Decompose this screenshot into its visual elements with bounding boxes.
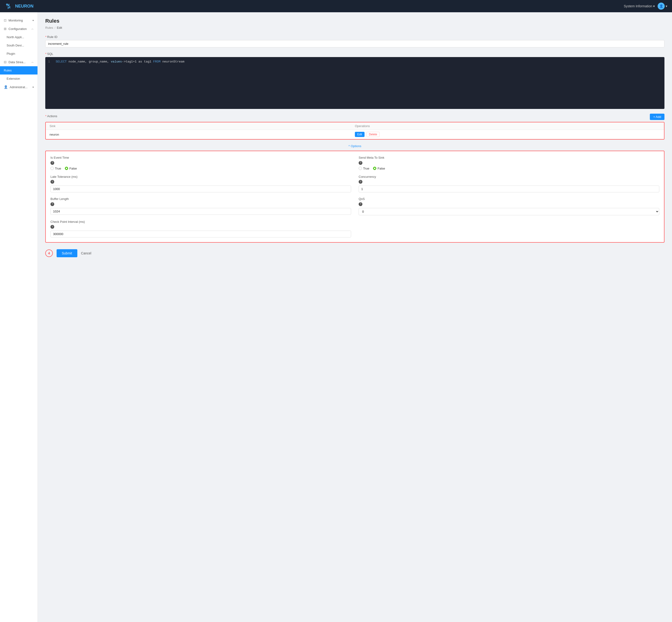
breadcrumb-current: Edit — [57, 26, 62, 30]
buffer-length-option: Buffer Length ? — [50, 197, 351, 215]
add-action-button[interactable]: + Add — [650, 114, 665, 120]
rule-id-section: * Rule ID — [45, 35, 665, 47]
main-layout: ⊡ Monitoring ▾ ⊞ Configuration ︿ North A… — [0, 12, 672, 622]
checkpoint-label: Check Point Interval (ms) — [50, 220, 351, 223]
late-tolerance-input[interactable] — [50, 185, 351, 193]
chevron-icon: ▾ — [33, 86, 34, 89]
options-toggle[interactable]: ^ Options — [45, 144, 665, 148]
actions-header: * Actions + Add — [45, 114, 665, 120]
send-meta-option: Send Meta To Sink ? True False — [359, 156, 659, 170]
send-meta-help-icon[interactable]: ? — [359, 161, 362, 165]
logo-icon — [5, 2, 13, 10]
concurrency-help-icon[interactable]: ? — [359, 180, 362, 184]
chevron-down-icon: ▾ — [653, 4, 655, 8]
user-menu[interactable]: 👤 ▾ — [658, 3, 667, 10]
delete-action-button[interactable]: Delete — [366, 132, 380, 137]
avatar: 👤 — [658, 3, 665, 10]
submit-button[interactable]: Submit — [57, 249, 77, 257]
chevron-down-icon: ▾ — [666, 4, 667, 8]
table-row: neuron Edit Delete — [46, 130, 664, 139]
sql-line-number: 1 — [48, 60, 52, 63]
footer-actions: 4 Submit Cancel — [45, 249, 665, 257]
late-tolerance-help-icon[interactable]: ? — [50, 180, 54, 184]
actions-label: * Actions — [45, 114, 57, 118]
admin-icon: 👤 — [4, 85, 8, 89]
buffer-length-help-icon[interactable]: ? — [50, 202, 54, 206]
radio-filled-dot — [373, 167, 376, 170]
radio-filled-dot — [65, 167, 68, 170]
col-operations-header: Operations — [355, 124, 660, 128]
is-event-time-label: Is Event Time — [50, 156, 351, 160]
operations-cell: Edit Delete — [355, 132, 660, 137]
breadcrumb-parent[interactable]: Rules — [45, 26, 53, 30]
breadcrumb-separator: / — [55, 26, 56, 30]
required-star: * — [45, 35, 46, 39]
checkpoint-help-icon[interactable]: ? — [50, 225, 54, 229]
sql-line: 1 SELECT node_name, group_name, values->… — [48, 60, 662, 63]
sql-section: * SQL 1 SELECT node_name, group_name, va… — [45, 52, 665, 109]
monitor-icon: ⊡ — [4, 19, 7, 22]
breadcrumb: Rules / Edit — [45, 26, 665, 30]
send-meta-true-radio[interactable]: True — [359, 167, 369, 170]
qos-option: QoS ? 0 1 2 — [359, 197, 659, 215]
is-event-time-radio-group: True False — [50, 167, 351, 170]
options-panel: Is Event Time ? True False — [45, 151, 665, 243]
sidebar-item-south-devi[interactable]: South Devi... — [0, 41, 37, 49]
send-meta-false-radio[interactable]: False — [373, 167, 385, 170]
sidebar-item-data-stream[interactable]: ⊟ Data Strea... ︿ — [0, 58, 37, 66]
sidebar-item-monitoring[interactable]: ⊡ Monitoring ▾ — [0, 16, 37, 25]
is-event-time-true-radio[interactable]: True — [50, 167, 61, 170]
concurrency-option: Concurrency ? — [359, 175, 659, 193]
sidebar-item-administrat[interactable]: 👤 Administrat... ▾ — [0, 83, 37, 91]
top-navbar: NEURON System Information ▾ 👤 ▾ — [0, 0, 672, 12]
topnav-right: System Information ▾ 👤 ▾ — [624, 3, 667, 10]
system-info-button[interactable]: System Information ▾ — [624, 4, 655, 8]
actions-table-header: Sink Operations — [46, 123, 664, 130]
chevron-icon: ︿ — [31, 27, 34, 30]
qos-label: QoS — [359, 197, 659, 201]
actions-table: Sink Operations neuron Edit Delete — [45, 122, 665, 140]
sidebar-item-rules[interactable]: Rules — [0, 66, 37, 74]
required-star: * — [45, 114, 46, 118]
sidebar-item-extension[interactable]: Extension — [0, 74, 37, 83]
required-star: * — [45, 52, 46, 56]
chevron-icon: ︿ — [31, 60, 34, 64]
radio-empty-dot — [50, 167, 54, 170]
concurrency-label: Concurrency — [359, 175, 659, 178]
send-meta-label: Send Meta To Sink — [359, 156, 659, 160]
rule-id-input[interactable] — [45, 40, 665, 47]
rule-id-label: * Rule ID — [45, 35, 665, 39]
buffer-length-input[interactable] — [50, 208, 351, 215]
qos-help-icon[interactable]: ? — [359, 202, 362, 206]
sidebar-item-north-appli[interactable]: North Appli... — [0, 33, 37, 41]
options-grid: Is Event Time ? True False — [50, 156, 659, 237]
data-stream-icon: ⊟ — [4, 60, 7, 64]
sql-label: * SQL — [45, 52, 665, 56]
col-sink-header: Sink — [49, 124, 355, 128]
sidebar-item-plugin[interactable]: Plugin — [0, 49, 37, 58]
edit-action-button[interactable]: Edit — [355, 132, 364, 137]
sink-cell: neuron — [49, 133, 355, 136]
chevron-icon: ▾ — [33, 19, 34, 22]
sql-editor[interactable]: 1 SELECT node_name, group_name, values->… — [45, 57, 665, 109]
send-meta-radio-group: True False — [359, 167, 659, 170]
concurrency-input[interactable] — [359, 185, 659, 193]
actions-section: * Actions + Add Sink Operations neuron E… — [45, 114, 665, 140]
buffer-length-label: Buffer Length — [50, 197, 351, 201]
sql-keyword: SELECT — [56, 60, 69, 63]
is-event-time-option: Is Event Time ? True False — [50, 156, 351, 170]
brand-logo: NEURON — [5, 2, 33, 10]
radio-empty-dot — [359, 167, 362, 170]
qos-select[interactable]: 0 1 2 — [359, 208, 659, 215]
late-tolerance-option: Late Tolerance (ms) ? — [50, 175, 351, 193]
sidebar-item-configuration[interactable]: ⊞ Configuration ︿ — [0, 25, 37, 33]
config-icon: ⊞ — [4, 27, 7, 31]
checkpoint-input[interactable] — [50, 231, 351, 237]
step-badge: 4 — [45, 249, 53, 257]
page-title: Rules — [45, 18, 665, 24]
is-event-time-help-icon[interactable]: ? — [50, 161, 54, 165]
is-event-time-false-radio[interactable]: False — [65, 167, 77, 170]
cancel-button[interactable]: Cancel — [81, 251, 92, 255]
main-content: Rules Rules / Edit * Rule ID * SQL 1 — [38, 12, 672, 622]
sidebar: ⊡ Monitoring ▾ ⊞ Configuration ︿ North A… — [0, 12, 38, 622]
